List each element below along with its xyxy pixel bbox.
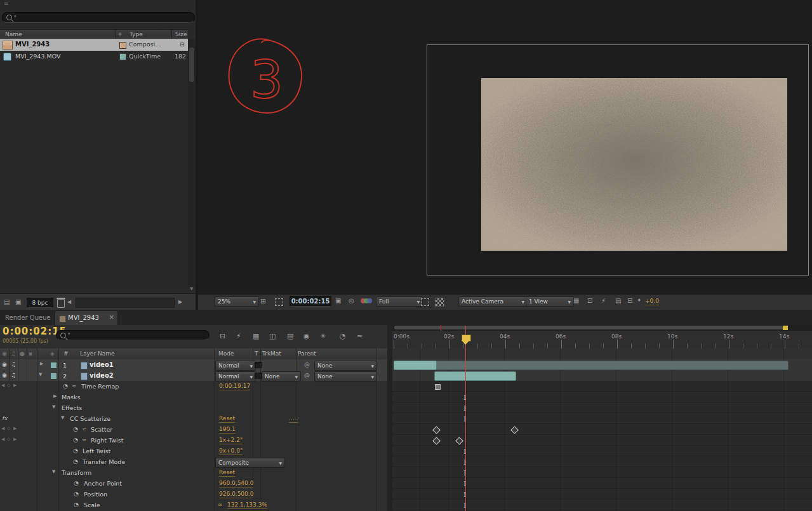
prop-value[interactable]: 1x+2.2° xyxy=(219,437,243,444)
tab-comp-active[interactable]: MVI_2943 × xyxy=(55,310,118,326)
layer-name[interactable]: video1 xyxy=(90,361,114,368)
hscroll-left-icon[interactable]: ◀ xyxy=(67,300,71,305)
delete-icon[interactable] xyxy=(57,299,65,308)
prev-keyframe-icon[interactable]: ◀ xyxy=(1,427,4,431)
label-color-chip[interactable] xyxy=(50,373,57,380)
parent-pickwhip-icon[interactable]: @ xyxy=(304,373,310,378)
navigator-bar[interactable] xyxy=(394,326,787,329)
stopwatch-icon[interactable]: ◔ xyxy=(73,448,78,454)
current-time-indicator-line[interactable] xyxy=(465,326,466,511)
region-of-interest-icon[interactable] xyxy=(421,298,429,306)
mask-visibility-icon[interactable] xyxy=(275,298,283,306)
stopwatch-icon[interactable]: ◔ xyxy=(73,459,78,465)
add-keyframe-icon[interactable]: ◇ xyxy=(7,383,10,388)
viewer-timecode-field[interactable]: 0:00:02:15 xyxy=(290,296,331,307)
hscroll-right-icon[interactable]: ▶ xyxy=(178,300,182,305)
scroll-down-icon[interactable]: ▼ xyxy=(190,287,193,291)
stopwatch-icon[interactable]: ◔ xyxy=(63,383,68,389)
prop-label[interactable]: Right Twist xyxy=(91,437,123,444)
layer-bar-video2[interactable] xyxy=(434,371,516,381)
search-options-caret-icon[interactable]: ▾ xyxy=(68,332,70,336)
timeline-navigator[interactable] xyxy=(392,325,812,331)
audio-icon[interactable]: ♫ xyxy=(11,362,16,368)
new-folder-icon[interactable]: ▣ xyxy=(15,299,21,305)
comp-flowchart-icon[interactable]: ⊟ xyxy=(180,41,185,48)
effect-reset[interactable]: Reset xyxy=(219,415,235,423)
prop-value[interactable]: 926.0,500.0 xyxy=(219,491,253,498)
prop-value[interactable]: 0x+0.0° xyxy=(219,448,243,455)
grid-icon[interactable]: ▦ xyxy=(573,298,579,304)
snapshot-icon[interactable]: ▣ xyxy=(335,298,341,304)
label-color-chip[interactable] xyxy=(50,362,57,369)
column-parent[interactable]: Parent xyxy=(298,350,316,357)
next-keyframe-icon[interactable]: ▶ xyxy=(13,437,17,442)
transform-reset[interactable]: Reset xyxy=(219,469,235,477)
playhead-handle-point[interactable] xyxy=(462,340,470,345)
collapse-arrow-icon[interactable]: ▼ xyxy=(52,470,55,474)
scrollbar-thumb[interactable] xyxy=(189,48,194,82)
hscroll-track[interactable] xyxy=(76,298,175,308)
parent-dropdown[interactable]: None ▼ xyxy=(314,371,377,382)
show-snapshot-icon[interactable]: ◎ xyxy=(349,298,354,304)
brainstorm-icon[interactable]: ✳ xyxy=(320,333,326,340)
expand-arrow-icon[interactable]: ▶ xyxy=(40,362,43,366)
add-keyframe-icon[interactable]: ◇ xyxy=(7,427,10,431)
trkmat-dropdown[interactable]: None ▼ xyxy=(262,371,301,382)
transparency-grid-icon[interactable] xyxy=(435,298,444,307)
auto-keyframe-icon[interactable]: ◔ xyxy=(340,333,346,340)
collapse-arrow-icon[interactable]: ▼ xyxy=(61,416,64,420)
prop-value[interactable]: 132.1,133.3% xyxy=(227,501,267,509)
project-item-name[interactable]: MVI_2943 xyxy=(15,41,50,48)
group-label[interactable]: Masks xyxy=(62,394,80,401)
parent-pickwhip-icon[interactable]: @ xyxy=(304,362,310,368)
frame-blend-icon[interactable]: ▤ xyxy=(287,333,293,340)
prev-keyframe-icon[interactable]: ◀ xyxy=(1,437,4,442)
prop-label[interactable]: Scale xyxy=(84,501,100,508)
interpret-footage-icon[interactable]: ▤ xyxy=(4,299,10,305)
prop-label[interactable]: Anchor Point xyxy=(84,480,122,487)
eye-icon[interactable]: ◉ xyxy=(2,373,7,378)
stopwatch-icon[interactable]: ◔ xyxy=(74,491,79,497)
pixel-aspect-icon[interactable]: ⊡ xyxy=(587,298,592,304)
live-update-icon[interactable]: ⚡ xyxy=(236,333,241,340)
label-column-icon[interactable]: ◈ xyxy=(118,32,122,37)
collapse-arrow-icon[interactable]: ▼ xyxy=(52,405,55,409)
reset-exposure-icon[interactable]: ✦ xyxy=(637,298,642,303)
column-type[interactable]: Type xyxy=(130,31,143,37)
column-t[interactable]: T xyxy=(255,350,258,357)
project-item-row[interactable]: MVI_2943 Composi... ⊟ xyxy=(0,39,188,51)
stopwatch-icon[interactable]: ◔ xyxy=(73,437,78,443)
blend-mode-dropdown[interactable]: Normal ▼ xyxy=(215,371,256,382)
project-item-row[interactable]: MVI_2943.MOV QuickTime 182 xyxy=(0,51,188,62)
time-remap-keyframe[interactable] xyxy=(435,384,441,390)
prop-label[interactable]: Time Remap xyxy=(81,383,119,390)
search-options-caret-icon[interactable]: ▾ xyxy=(14,15,17,19)
effect-label[interactable]: CC Scatterize xyxy=(70,415,110,422)
parent-dropdown[interactable]: None ▼ xyxy=(314,361,377,371)
exposure-value[interactable]: +0.0 xyxy=(645,298,659,305)
graph-icon[interactable]: ≈ xyxy=(72,383,77,389)
group-label[interactable]: Transform xyxy=(62,469,91,476)
prop-label[interactable]: Left Twist xyxy=(83,448,110,455)
effect-options[interactable]: ..... xyxy=(289,415,298,423)
column-mode[interactable]: Mode xyxy=(218,350,234,357)
graph-icon[interactable]: ≈ xyxy=(82,437,87,443)
fast-previews-icon[interactable]: ⚡ xyxy=(601,298,606,304)
prop-value[interactable]: 0:00:19:17 xyxy=(219,383,250,390)
camera-view-dropdown[interactable]: Active Camera ▼ xyxy=(458,296,528,307)
link-dimensions-icon[interactable]: ∞ xyxy=(218,501,223,508)
stopwatch-icon[interactable]: ◔ xyxy=(74,502,79,508)
prop-label[interactable]: Transfer Mode xyxy=(83,458,125,465)
column-size[interactable]: Size xyxy=(175,31,187,37)
expand-arrow-icon[interactable]: ▶ xyxy=(53,394,57,399)
timeline-search-input[interactable]: ▾ xyxy=(56,330,210,340)
graph-editor-icon[interactable]: ≈ xyxy=(357,333,363,340)
panel-menu-icon[interactable]: ≡ xyxy=(4,1,9,7)
column-layer-name[interactable]: Layer Name xyxy=(80,350,115,357)
motion-blur-icon[interactable]: ◉ xyxy=(303,333,310,340)
next-keyframe-icon[interactable]: ▶ xyxy=(13,427,17,431)
collapse-arrow-icon[interactable]: ▼ xyxy=(39,373,42,377)
show-channel-icon[interactable] xyxy=(361,297,372,305)
project-search-input[interactable]: ▾ xyxy=(2,12,195,23)
transfer-mode-dropdown[interactable]: Composite ▼ xyxy=(215,458,285,468)
